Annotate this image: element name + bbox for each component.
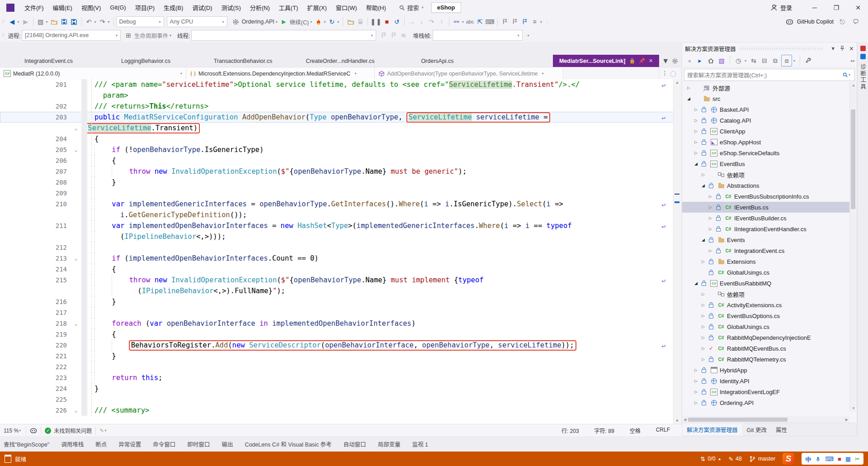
tab-pin-icon[interactable]: 📌 — [639, 58, 645, 64]
sogou-ime-badge[interactable]: S — [783, 453, 794, 465]
copilot-status-icon[interactable] — [30, 427, 37, 434]
suspend-threads-icon[interactable]: ≋ — [399, 30, 409, 41]
fold-marker[interactable]: ⌄ — [71, 255, 81, 262]
minimize-button[interactable]: ─ — [805, 0, 825, 15]
console-window-icon[interactable]: ⌸ — [355, 16, 365, 27]
bookmark-next-icon[interactable] — [510, 16, 520, 27]
tree-item[interactable]: ▷C#IntegrationEvent.cs — [682, 245, 849, 256]
unflag-thread-icon[interactable] — [389, 30, 399, 41]
split-window-icon[interactable]: ⫶ — [664, 70, 665, 78]
tree-item[interactable]: ▷C#GlobalUsings.cs — [682, 321, 849, 332]
toolbar-grip[interactable]: ⠿ — [2, 19, 5, 24]
code-line[interactable]: ⌄ServiceLifetime.Transient) — [0, 123, 681, 133]
menu-item[interactable]: 扩展(X) — [302, 0, 331, 15]
code-editor[interactable]: 201/// <param name="serviceLifetime">Opt… — [0, 79, 681, 424]
code-line[interactable]: 203public MediatRServiceConfiguration Ad… — [0, 112, 681, 123]
diagnostics-tab[interactable]: 诊断工具 — [859, 64, 867, 90]
collapsed-arrow-icon[interactable]: ▷ — [699, 324, 707, 329]
bottom-tab[interactable]: 调用堆栈 — [61, 440, 84, 448]
menu-item[interactable]: 文件(F) — [20, 0, 48, 15]
menu-item[interactable]: Git(G) — [105, 0, 130, 15]
switch-views-icon[interactable]: ▧ — [717, 55, 726, 66]
code-line[interactable]: 201/// <param name="serviceLifetime">Opt… — [0, 79, 681, 90]
bookmark-list-icon[interactable] — [520, 16, 530, 27]
properties-window-icon[interactable]: ⧉ — [770, 55, 780, 66]
spell-check-icon[interactable]: abc — [465, 16, 475, 27]
fold-marker[interactable]: ⌄ — [71, 147, 81, 153]
process-combo[interactable]: [21648] Ordering.API.exe▾ — [22, 30, 121, 41]
zoom-level[interactable]: 115 % — [4, 428, 19, 434]
ime-chinese-mode[interactable]: 中 — [805, 455, 811, 463]
tree-item[interactable]: ▷Extensions — [682, 256, 849, 267]
collapsed-arrow-icon[interactable]: ▷ — [699, 292, 707, 296]
collapsed-arrow-icon[interactable]: ▷ — [692, 151, 700, 155]
lifecycle-events-label[interactable]: 生命周期事件 — [134, 31, 168, 40]
document-tab[interactable]: OrdersApi.cs — [389, 55, 486, 67]
code-line[interactable]: 226⌄/// <summary> — [0, 405, 681, 416]
code-line[interactable]: 220BehaviorsToRegister.Add(new ServiceDe… — [0, 340, 681, 351]
code-line[interactable]: 221} — [0, 351, 681, 361]
restore-button[interactable]: ❐ — [826, 0, 846, 15]
tree-item[interactable]: ▷Basket.API — [682, 104, 849, 115]
document-tab-active[interactable]: MediatrSer...SourceLink]🔒📌✕ — [553, 55, 659, 67]
open-folder-icon[interactable] — [49, 16, 59, 27]
bottom-tab[interactable]: 即时窗口 — [187, 440, 210, 448]
code-line[interactable]: 217 — [0, 307, 681, 318]
code-line[interactable]: 207throw new InvalidOperationException($… — [0, 166, 681, 177]
tree-item[interactable]: ◢C#EventBusRabbitMQ — [682, 278, 849, 289]
bottom-tab[interactable]: 局部变量 — [378, 440, 401, 448]
startup-project-label[interactable]: Ordering.API — [242, 19, 274, 25]
hot-reload-icon[interactable] — [313, 16, 323, 27]
github-copilot-icon[interactable] — [786, 18, 793, 26]
wrench-icon[interactable] — [803, 55, 813, 66]
show-next-statement-icon[interactable]: → — [407, 16, 417, 27]
panel-close-icon[interactable]: ✕ — [849, 45, 854, 52]
menu-item[interactable]: 编辑(E) — [48, 0, 77, 15]
bottom-tab[interactable]: 异常设置 — [118, 440, 141, 448]
tree-item[interactable]: ▷Identity.API — [682, 376, 849, 386]
ime-scissors-icon[interactable]: ✂ — [855, 456, 860, 462]
tree-item[interactable]: ▷C#IEventBusBuilder.cs — [682, 213, 849, 223]
nav-back-circle-icon[interactable]: ◯ — [670, 70, 676, 77]
menu-item[interactable]: 项目(P) — [131, 0, 159, 15]
scroll-down-icon[interactable]: ▼ — [674, 418, 681, 423]
tool-window-tab[interactable]: Git 更改 — [742, 423, 771, 436]
menu-item[interactable]: 生成(B) — [159, 0, 188, 15]
tree-item[interactable]: ▷Ordering.API — [682, 397, 849, 408]
break-all-icon[interactable]: ❚❚ — [370, 16, 382, 27]
step-out-icon[interactable]: ↑ — [437, 16, 447, 27]
search-box[interactable]: 搜索 ▾ — [399, 3, 425, 12]
tree-item[interactable]: ▷C#EventBusOptions.cs — [682, 310, 849, 321]
code-line[interactable]: 213⌄if (implementedOpenBehaviorInterface… — [0, 253, 681, 264]
redo-icon[interactable]: ↷ — [98, 16, 108, 27]
toolbar-overflow-icon[interactable]: ▸▸ — [851, 58, 855, 63]
code-line[interactable]: 212 — [0, 242, 681, 253]
explorer-home-icon[interactable] — [706, 55, 716, 66]
collapsed-arrow-icon[interactable]: ▷ — [692, 390, 700, 394]
tree-horizontal-scrollbar[interactable]: ◀ ▶ — [682, 416, 849, 423]
undo-icon[interactable]: ↶ — [84, 16, 94, 27]
cursor-select-icon[interactable]: ⇱ — [475, 16, 485, 27]
stop-debugging-icon[interactable]: ■ — [382, 16, 392, 27]
document-tab[interactable]: LoggingBehavior.cs — [97, 55, 194, 67]
navigate-back-icon[interactable]: ◀ — [7, 16, 17, 27]
task-list-icon[interactable]: ≡ — [530, 16, 540, 27]
bottom-tab[interactable]: 自动窗口 — [344, 440, 366, 448]
collapsed-arrow-icon[interactable]: ▷ — [692, 140, 700, 144]
collapsed-arrow-icon[interactable]: ▷ — [692, 400, 700, 405]
feedback-icon[interactable] — [5, 455, 11, 463]
project-crumb[interactable]: C# MediatR (12.0.0.0)▾ — [0, 67, 186, 80]
collapsed-arrow-icon[interactable]: ▷ — [707, 216, 714, 220]
preview-selected-icon[interactable]: ⧈ — [781, 55, 792, 67]
editor-vertical-scrollbar[interactable]: ▲ ▼ — [673, 79, 681, 424]
collapsed-arrow-icon[interactable]: ▷ — [699, 314, 707, 318]
new-project-icon[interactable]: ▧ — [36, 16, 46, 27]
tree-item[interactable]: ◢src — [682, 93, 849, 104]
solution-explorer-title-bar[interactable]: 解决方案资源管理器 ▼ ✕ — [682, 43, 857, 54]
document-tab[interactable]: CreateOrder...ndHandler.cs — [292, 55, 389, 67]
ime-mic-icon[interactable] — [815, 456, 821, 462]
step-over-icon[interactable]: ↷ — [427, 16, 437, 27]
sync-with-active-document-icon[interactable]: ⇆ — [749, 55, 759, 66]
collapsed-arrow-icon[interactable]: ▷ — [707, 194, 714, 199]
type-crumb[interactable]: Microsoft.Extensions.DependencyInjection… — [186, 67, 375, 80]
